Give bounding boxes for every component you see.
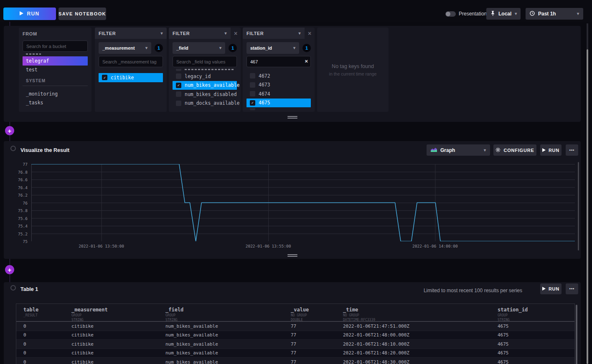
table-cell: 77 — [291, 341, 343, 347]
filter-type-dropdown[interactable]: FILTER ▾ — [169, 28, 231, 39]
chart-plot-area[interactable] — [31, 164, 575, 241]
tag-key-dropdown[interactable]: station_id ▾ — [246, 42, 299, 54]
tag-value-item[interactable]: ✓num_bikes_available — [173, 81, 237, 90]
y-axis-label: 76.4 — [4, 185, 28, 190]
bucket-item[interactable]: _tasks — [23, 99, 88, 108]
tag-value-item[interactable]: 4674 — [246, 89, 311, 99]
selected-count-badge: 1 — [302, 44, 311, 52]
clear-search-icon[interactable]: × — [305, 58, 308, 64]
save-notebook-label: SAVE NOTEBOOK — [58, 11, 106, 16]
line-chart: 7776.876.676.476.27675.875.675.475.275 2… — [4, 159, 581, 253]
table-cell: num_bikes_available — [165, 350, 291, 356]
table-cell: 2022-01-06T21:48:30.000Z — [343, 359, 498, 364]
bucket-item[interactable]: _monitoring — [23, 89, 88, 99]
clock-icon — [530, 11, 535, 17]
timezone-dropdown[interactable]: Local ▾ — [486, 8, 521, 20]
bucket-item[interactable]: telegraf — [23, 56, 88, 66]
chart-scrollbar[interactable] — [578, 162, 579, 250]
checkbox-unchecked-icon[interactable] — [176, 73, 181, 79]
tag-key-dropdown[interactable]: _field ▾ — [173, 42, 225, 54]
chevron-down-icon: ▾ — [145, 46, 147, 50]
checkbox-unchecked-icon[interactable] — [250, 91, 255, 96]
y-axis-label: 75.6 — [4, 216, 28, 221]
run-cell-button[interactable]: RUN — [540, 144, 562, 156]
measurement-search-input[interactable] — [99, 56, 163, 67]
add-cell-button[interactable]: + — [5, 126, 14, 135]
remove-filter-button[interactable]: × — [231, 28, 241, 39]
selected-count-badge: 1 — [229, 44, 237, 52]
table-header-cell[interactable]: _measurementGROUPSTRING — [71, 307, 165, 322]
table-cell: 2022-01-06T21:48:10.000Z — [343, 341, 498, 347]
page-scrollbar[interactable] — [587, 49, 588, 364]
cell-status-ring — [10, 285, 16, 291]
checkbox-checked-icon[interactable]: ✓ — [102, 75, 107, 80]
table-header-cell[interactable]: _valueNO GROUPDOUBLE — [291, 307, 343, 322]
tag-value-item[interactable]: ✓4675 — [246, 99, 311, 108]
table-cell: 4675 — [498, 359, 574, 364]
checkbox-checked-icon[interactable]: ✓ — [250, 100, 255, 106]
chevron-down-icon: ▾ — [219, 46, 221, 50]
filter-type-dropdown[interactable]: FILTER ▾ — [243, 28, 305, 39]
run-notebook-button[interactable]: RUN — [3, 8, 56, 20]
graph-type-dropdown[interactable]: Graph ▾ — [427, 144, 490, 156]
panel-resize-handle[interactable] — [287, 116, 297, 119]
tag-key-label: _measurement — [102, 46, 135, 51]
tag-value-item[interactable]: num_bikes_disabled — [173, 90, 237, 99]
tag-value-item[interactable]: 4673 — [246, 81, 311, 90]
checkbox-unchecked-icon[interactable] — [176, 101, 181, 106]
from-title: FROM — [23, 31, 88, 36]
table-cell: citibike — [71, 359, 165, 364]
field-search-input[interactable] — [173, 56, 237, 67]
column-meta: NO GROUP — [343, 313, 498, 317]
scrollbar-track — [587, 23, 588, 49]
time-range-dropdown[interactable]: Past 1h ▾ — [526, 8, 583, 20]
chevron-down-icon: ▾ — [515, 12, 517, 16]
add-cell-button[interactable]: + — [5, 265, 14, 274]
remove-filter-button[interactable]: × — [305, 28, 315, 39]
run-cell-button[interactable]: RUN — [540, 283, 562, 294]
checkbox-unchecked-icon[interactable] — [250, 82, 255, 88]
tag-value-item[interactable]: num_docks_available — [173, 99, 237, 108]
tag-value-item[interactable]: ✓citibike — [99, 73, 163, 82]
tag-value-item[interactable]: 4672 — [246, 71, 311, 81]
y-axis-label: 75.8 — [4, 208, 28, 213]
checkbox-unchecked-icon[interactable] — [250, 73, 255, 78]
table-cell: 4675 — [498, 332, 574, 338]
bucket-search-input[interactable] — [23, 40, 88, 52]
bucket-item[interactable]: test — [23, 66, 88, 75]
chevron-down-icon: ▾ — [484, 148, 486, 152]
table-header-cell[interactable]: _timeNO GROUPDATETIME:RFC3339 — [343, 307, 498, 322]
table-header-cell[interactable]: table_RESULT — [23, 307, 71, 322]
column-name: _field — [165, 307, 291, 313]
cell-more-button[interactable]: ••• — [566, 144, 578, 156]
tag-key-dropdown[interactable]: _measurement ▾ — [99, 42, 151, 54]
cell-more-button[interactable]: ••• — [566, 283, 578, 294]
tag-value-item[interactable]: legacy_id — [173, 72, 237, 81]
table-cell: 2022-01-06T21:48:00.000Z — [343, 332, 498, 338]
table-cell: 4675 — [498, 324, 574, 329]
table-cell: 0 — [23, 324, 71, 329]
from-column: FROM telegraftest SYSTEM _monitoring_tas… — [19, 28, 91, 112]
presentation-toggle[interactable] — [445, 11, 456, 17]
table-cell: 4675 — [498, 341, 574, 347]
column-meta: DATETIME:RFC3339 — [343, 318, 498, 322]
table-scrollbar[interactable] — [576, 305, 577, 364]
configure-button[interactable]: CONFIGURE — [493, 144, 536, 156]
table-header-cell[interactable]: station_idGROUPSTRING — [498, 307, 574, 322]
table-cell: 0 — [23, 332, 71, 338]
play-icon — [542, 148, 546, 153]
station-id-search-input[interactable] — [246, 56, 311, 67]
panel-resize-handle[interactable] — [287, 254, 297, 257]
checkbox-checked-icon[interactable]: ✓ — [176, 83, 181, 88]
table-cell: citibike — [71, 341, 165, 347]
filter-type-dropdown[interactable]: FILTER ▾ — [95, 28, 167, 39]
table-cell: 77 — [291, 359, 343, 364]
filter-column-field: FILTER ▾ × _field ▾ 1 — [169, 28, 241, 112]
table-header-row: table_RESULT_measurementGROUPSTRING_fiel… — [16, 304, 574, 322]
save-notebook-button[interactable]: SAVE NOTEBOOK — [58, 8, 106, 20]
checkbox-unchecked-icon[interactable] — [176, 91, 181, 97]
presentation-label: Presentation — [459, 11, 487, 17]
column-meta: STRING — [498, 318, 574, 322]
table-header-cell[interactable]: _fieldGROUPSTRING — [165, 307, 291, 322]
gear-icon — [495, 147, 501, 153]
